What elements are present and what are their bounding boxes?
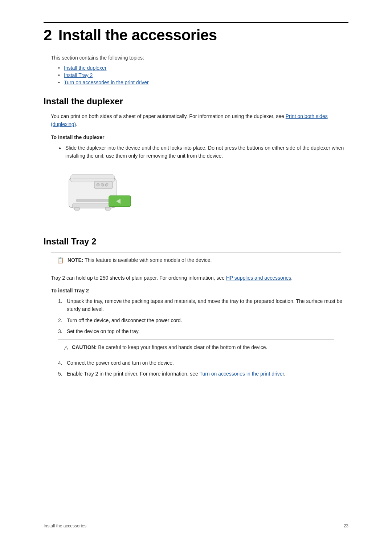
tray2-subsection-title: To install Tray 2: [51, 288, 348, 293]
tray2-body-before: Tray 2 can hold up to 250 sheets of plai…: [51, 275, 226, 281]
duplexer-instructions: Slide the duplexer into the device until…: [58, 144, 348, 160]
toc-link-tray2[interactable]: Install Tray 2: [64, 72, 93, 78]
caution-icon: △: [64, 344, 68, 351]
toc-item-tray2: Install Tray 2: [58, 72, 348, 78]
tray2-steps-after: Connect the power cord and turn on the d…: [58, 359, 348, 378]
caution-body: Be careful to keep your fingers and hand…: [98, 344, 267, 350]
tray2-step-3: Set the device on top of the tray.: [58, 327, 348, 335]
note-label: NOTE:: [68, 257, 83, 263]
caution-label: CAUTION:: [72, 344, 97, 350]
note-icon: 📋: [57, 257, 64, 264]
svg-rect-11: [105, 207, 110, 210]
duplexer-body-end: .: [76, 121, 77, 127]
printer-svg: [58, 167, 138, 226]
intro-text: This section contains the following topi…: [51, 55, 348, 61]
tray2-step-4: Connect the power cord and turn on the d…: [58, 359, 348, 367]
tray2-step5-text: Enable Tray 2 in the print driver. For m…: [67, 371, 199, 377]
svg-point-5: [101, 183, 104, 186]
caution-box: △ CAUTION: Be careful to keep your finge…: [58, 339, 334, 355]
chapter-header: 2Install the accessories: [44, 22, 348, 44]
tray2-body: Tray 2 can hold up to 250 sheets of plai…: [51, 274, 348, 282]
toc-list: Install the duplexer Install Tray 2 Turn…: [58, 65, 348, 85]
toc-link-duplexer[interactable]: Install the duplexer: [64, 65, 107, 71]
duplexer-subsection-title: To install the duplexer: [51, 134, 348, 140]
tray2-body-link[interactable]: HP supplies and accessories: [226, 275, 291, 281]
duplexer-section: Install the duplexer You can print on bo…: [44, 96, 348, 226]
toc-link-printdriver[interactable]: Turn on accessories in the print driver: [64, 80, 149, 85]
note-box: 📋 NOTE: This feature is available with s…: [51, 252, 341, 268]
tray2-steps: Unpack the tray, remove the packing tape…: [58, 297, 348, 336]
chapter-title: 2Install the accessories: [44, 27, 348, 44]
toc-item-duplexer: Install the duplexer: [58, 65, 348, 71]
note-text: NOTE: This feature is available with som…: [68, 256, 212, 264]
tray2-step5-end: .: [284, 371, 285, 377]
tray2-step5-link[interactable]: Turn on accessories in the print driver: [199, 371, 284, 377]
duplexer-section-title: Install the duplexer: [44, 96, 348, 106]
toc-item-printdriver: Turn on accessories in the print driver: [58, 80, 348, 85]
svg-point-4: [97, 183, 99, 186]
duplexer-body-text: You can print on both sides of a sheet o…: [51, 113, 286, 119]
svg-rect-10: [74, 207, 79, 210]
caution-text: CAUTION: Be careful to keep your fingers…: [72, 343, 268, 351]
chapter-title-text: Install the accessories: [58, 27, 217, 44]
tray2-step-2: Turn off the device, and disconnect the …: [58, 316, 348, 324]
tray2-body-after: .: [291, 275, 293, 281]
duplexer-instruction: Slide the duplexer into the device until…: [58, 144, 348, 160]
tray2-section: Install Tray 2 📋 NOTE: This feature is a…: [44, 236, 348, 378]
page-footer: Install the accessories 23: [44, 523, 348, 528]
tray2-step-1: Unpack the tray, remove the packing tape…: [58, 297, 348, 313]
chapter-number: 2: [44, 27, 52, 44]
tray2-section-title: Install Tray 2: [44, 236, 348, 247]
page: 2Install the accessories This section co…: [0, 0, 392, 543]
note-body: This feature is available with some mode…: [85, 257, 212, 263]
duplexer-body: You can print on both sides of a sheet o…: [51, 112, 348, 129]
printer-illustration: [58, 167, 138, 226]
svg-rect-7: [76, 199, 113, 202]
footer-left: Install the accessories: [44, 523, 86, 528]
svg-point-6: [105, 183, 108, 186]
footer-right: 23: [344, 523, 348, 528]
tray2-step-5: Enable Tray 2 in the print driver. For m…: [58, 370, 348, 378]
